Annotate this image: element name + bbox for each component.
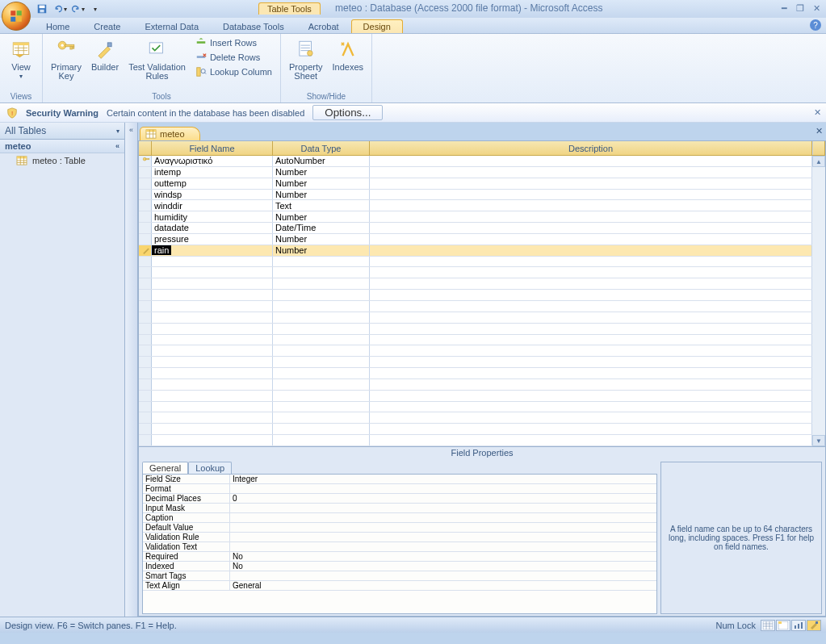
- description-cell[interactable]: [370, 379, 812, 390]
- data-type-cell[interactable]: [273, 324, 370, 334]
- undo-button[interactable]: ▾: [52, 2, 68, 16]
- messagebar-close-button[interactable]: ✕: [814, 107, 821, 118]
- data-type-cell[interactable]: AutoNumber: [273, 156, 370, 166]
- data-type-cell[interactable]: [273, 379, 370, 390]
- description-cell[interactable]: [370, 368, 812, 378]
- field-name-cell[interactable]: [152, 312, 273, 323]
- description-cell[interactable]: [370, 412, 812, 423]
- property-row[interactable]: Default Value: [143, 523, 656, 533]
- row-selector[interactable]: [139, 312, 152, 323]
- description-cell[interactable]: [370, 435, 812, 445]
- description-cell[interactable]: [370, 211, 812, 222]
- row-selector[interactable]: [139, 357, 152, 367]
- row-selector[interactable]: [139, 290, 152, 300]
- row-selector[interactable]: [139, 190, 152, 200]
- description-cell[interactable]: [370, 402, 812, 412]
- row-selector[interactable]: [139, 278, 152, 289]
- table-row[interactable]: datadateDate/Time: [139, 223, 812, 234]
- field-name-cell[interactable]: [152, 368, 273, 378]
- field-name-cell[interactable]: pressure: [152, 234, 273, 245]
- field-name-cell[interactable]: [152, 412, 273, 423]
- description-cell[interactable]: [370, 335, 812, 345]
- field-name-cell[interactable]: datadate: [152, 223, 273, 233]
- field-name-cell[interactable]: humidity: [152, 211, 273, 222]
- table-row[interactable]: [139, 391, 812, 402]
- table-row[interactable]: [139, 301, 812, 312]
- tab-home[interactable]: Home: [34, 19, 82, 33]
- data-type-cell[interactable]: [273, 357, 370, 367]
- description-cell[interactable]: [370, 200, 812, 211]
- table-row[interactable]: [139, 357, 812, 368]
- field-name-cell[interactable]: [152, 290, 273, 300]
- table-row[interactable]: [139, 312, 812, 324]
- redo-button[interactable]: ▾: [69, 2, 86, 16]
- description-cell[interactable]: [370, 267, 812, 278]
- field-name-cell[interactable]: [152, 335, 273, 345]
- table-row[interactable]: ΑναγνωριστικόAutoNumber: [139, 156, 812, 167]
- data-type-cell[interactable]: [273, 312, 370, 323]
- table-row[interactable]: [139, 257, 812, 268]
- table-row[interactable]: windspNumber: [139, 190, 812, 201]
- pivot-chart-view-button[interactable]: [791, 620, 806, 631]
- property-row[interactable]: RequiredNo: [143, 552, 656, 562]
- table-row[interactable]: [139, 424, 812, 435]
- field-name-cell[interactable]: [152, 267, 273, 278]
- field-name-cell[interactable]: windsp: [152, 190, 273, 200]
- fp-tab-lookup[interactable]: Lookup: [188, 462, 232, 474]
- field-name-cell[interactable]: intemp: [152, 167, 273, 178]
- data-type-cell[interactable]: [273, 267, 370, 278]
- col-field-name[interactable]: Field Name: [152, 141, 273, 155]
- vertical-scrollbar[interactable]: ▲ ▼: [812, 156, 825, 446]
- row-selector[interactable]: [139, 167, 152, 178]
- field-name-cell[interactable]: [152, 345, 273, 356]
- property-value[interactable]: [230, 542, 656, 551]
- property-value[interactable]: [230, 523, 656, 532]
- table-row[interactable]: [139, 412, 812, 424]
- table-row[interactable]: [139, 345, 812, 357]
- description-cell[interactable]: [370, 324, 812, 334]
- description-cell[interactable]: [370, 391, 812, 401]
- property-row[interactable]: Field SizeInteger: [143, 475, 656, 484]
- table-row[interactable]: [139, 402, 812, 413]
- col-data-type[interactable]: Data Type: [273, 141, 370, 155]
- property-value[interactable]: [230, 571, 656, 580]
- property-row[interactable]: Format: [143, 484, 656, 494]
- property-sheet-button[interactable]: Property Sheet: [286, 36, 326, 82]
- property-value[interactable]: 0: [230, 494, 656, 503]
- tab-external-data[interactable]: External Data: [132, 19, 211, 33]
- description-cell[interactable]: [370, 345, 812, 356]
- row-selector[interactable]: [139, 324, 152, 334]
- delete-rows-button[interactable]: Delete Rows: [192, 50, 275, 65]
- scroll-track[interactable]: [812, 167, 825, 435]
- data-type-cell[interactable]: Number: [273, 167, 370, 178]
- data-type-cell[interactable]: [273, 301, 370, 312]
- qat-customize[interactable]: ▾: [87, 2, 103, 16]
- data-type-cell[interactable]: [273, 368, 370, 378]
- row-selector[interactable]: [139, 156, 152, 166]
- data-type-cell[interactable]: Text: [273, 200, 370, 211]
- data-type-cell[interactable]: Date/Time: [273, 223, 370, 233]
- scroll-down-icon[interactable]: ▼: [812, 435, 825, 446]
- close-button[interactable]: ✕: [810, 2, 823, 14]
- table-row[interactable]: intempNumber: [139, 167, 812, 178]
- row-selector[interactable]: [139, 402, 152, 412]
- office-button[interactable]: [2, 2, 31, 31]
- property-row[interactable]: IndexedNo: [143, 562, 656, 571]
- data-type-cell[interactable]: Number: [273, 211, 370, 222]
- tab-database-tools[interactable]: Database Tools: [211, 19, 296, 33]
- row-selector[interactable]: [139, 301, 152, 312]
- field-name-cell[interactable]: [152, 402, 273, 412]
- help-button[interactable]: ?: [810, 19, 821, 31]
- nav-collapse-bar[interactable]: «: [125, 123, 138, 617]
- save-button[interactable]: [34, 2, 50, 16]
- field-name-cell[interactable]: rain: [152, 245, 273, 256]
- table-row[interactable]: humidityNumber: [139, 211, 812, 223]
- scroll-up-icon[interactable]: ▲: [812, 156, 825, 167]
- data-type-cell[interactable]: [273, 391, 370, 401]
- description-cell[interactable]: [370, 290, 812, 300]
- row-selector-header[interactable]: [139, 141, 152, 155]
- property-value[interactable]: No: [230, 552, 656, 561]
- nav-item-meteo-table[interactable]: meteo : Table: [0, 153, 124, 168]
- description-cell[interactable]: [370, 190, 812, 200]
- description-cell[interactable]: [370, 234, 812, 245]
